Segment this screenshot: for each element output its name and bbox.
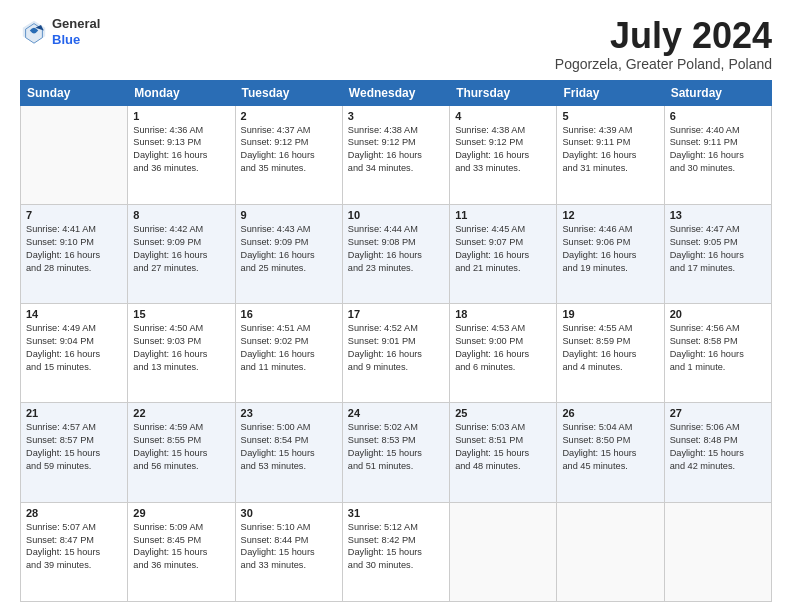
day-info: Sunrise: 5:04 AM Sunset: 8:50 PM Dayligh…: [562, 421, 658, 473]
day-number: 18: [455, 308, 551, 320]
table-row: 1Sunrise: 4:36 AM Sunset: 9:13 PM Daylig…: [128, 105, 235, 204]
day-number: 8: [133, 209, 229, 221]
day-number: 15: [133, 308, 229, 320]
table-row: [664, 502, 771, 601]
logo: General Blue: [20, 16, 100, 47]
day-number: 6: [670, 110, 766, 122]
table-row: 26Sunrise: 5:04 AM Sunset: 8:50 PM Dayli…: [557, 403, 664, 502]
day-number: 25: [455, 407, 551, 419]
day-number: 2: [241, 110, 337, 122]
day-info: Sunrise: 5:07 AM Sunset: 8:47 PM Dayligh…: [26, 521, 122, 573]
month-year: July 2024: [555, 16, 772, 56]
logo-text: General Blue: [52, 16, 100, 47]
table-row: 8Sunrise: 4:42 AM Sunset: 9:09 PM Daylig…: [128, 204, 235, 303]
day-info: Sunrise: 4:57 AM Sunset: 8:57 PM Dayligh…: [26, 421, 122, 473]
table-row: 14Sunrise: 4:49 AM Sunset: 9:04 PM Dayli…: [21, 304, 128, 403]
col-monday: Monday: [128, 80, 235, 105]
day-info: Sunrise: 4:37 AM Sunset: 9:12 PM Dayligh…: [241, 124, 337, 176]
day-info: Sunrise: 4:59 AM Sunset: 8:55 PM Dayligh…: [133, 421, 229, 473]
table-row: 25Sunrise: 5:03 AM Sunset: 8:51 PM Dayli…: [450, 403, 557, 502]
day-number: 9: [241, 209, 337, 221]
day-info: Sunrise: 4:55 AM Sunset: 8:59 PM Dayligh…: [562, 322, 658, 374]
day-number: 28: [26, 507, 122, 519]
table-row: 9Sunrise: 4:43 AM Sunset: 9:09 PM Daylig…: [235, 204, 342, 303]
table-row: 15Sunrise: 4:50 AM Sunset: 9:03 PM Dayli…: [128, 304, 235, 403]
title-block: July 2024 Pogorzela, Greater Poland, Pol…: [555, 16, 772, 72]
col-tuesday: Tuesday: [235, 80, 342, 105]
day-number: 3: [348, 110, 444, 122]
day-info: Sunrise: 4:44 AM Sunset: 9:08 PM Dayligh…: [348, 223, 444, 275]
col-friday: Friday: [557, 80, 664, 105]
col-sunday: Sunday: [21, 80, 128, 105]
location: Pogorzela, Greater Poland, Poland: [555, 56, 772, 72]
logo-general: General: [52, 16, 100, 32]
day-number: 12: [562, 209, 658, 221]
day-number: 11: [455, 209, 551, 221]
table-row: 19Sunrise: 4:55 AM Sunset: 8:59 PM Dayli…: [557, 304, 664, 403]
day-info: Sunrise: 5:06 AM Sunset: 8:48 PM Dayligh…: [670, 421, 766, 473]
table-row: [450, 502, 557, 601]
day-number: 17: [348, 308, 444, 320]
day-info: Sunrise: 4:50 AM Sunset: 9:03 PM Dayligh…: [133, 322, 229, 374]
day-number: 14: [26, 308, 122, 320]
day-number: 5: [562, 110, 658, 122]
table-row: 7Sunrise: 4:41 AM Sunset: 9:10 PM Daylig…: [21, 204, 128, 303]
day-info: Sunrise: 4:52 AM Sunset: 9:01 PM Dayligh…: [348, 322, 444, 374]
day-info: Sunrise: 4:53 AM Sunset: 9:00 PM Dayligh…: [455, 322, 551, 374]
day-info: Sunrise: 4:38 AM Sunset: 9:12 PM Dayligh…: [455, 124, 551, 176]
day-info: Sunrise: 4:36 AM Sunset: 9:13 PM Dayligh…: [133, 124, 229, 176]
logo-blue: Blue: [52, 32, 100, 48]
day-number: 26: [562, 407, 658, 419]
table-row: 24Sunrise: 5:02 AM Sunset: 8:53 PM Dayli…: [342, 403, 449, 502]
col-saturday: Saturday: [664, 80, 771, 105]
table-row: 20Sunrise: 4:56 AM Sunset: 8:58 PM Dayli…: [664, 304, 771, 403]
day-info: Sunrise: 4:40 AM Sunset: 9:11 PM Dayligh…: [670, 124, 766, 176]
day-number: 29: [133, 507, 229, 519]
day-info: Sunrise: 5:02 AM Sunset: 8:53 PM Dayligh…: [348, 421, 444, 473]
table-row: [557, 502, 664, 601]
day-info: Sunrise: 4:39 AM Sunset: 9:11 PM Dayligh…: [562, 124, 658, 176]
calendar-week-row: 14Sunrise: 4:49 AM Sunset: 9:04 PM Dayli…: [21, 304, 772, 403]
day-number: 20: [670, 308, 766, 320]
table-row: 18Sunrise: 4:53 AM Sunset: 9:00 PM Dayli…: [450, 304, 557, 403]
table-row: 17Sunrise: 4:52 AM Sunset: 9:01 PM Dayli…: [342, 304, 449, 403]
page: General Blue July 2024 Pogorzela, Greate…: [0, 0, 792, 612]
day-info: Sunrise: 4:56 AM Sunset: 8:58 PM Dayligh…: [670, 322, 766, 374]
day-info: Sunrise: 4:43 AM Sunset: 9:09 PM Dayligh…: [241, 223, 337, 275]
day-info: Sunrise: 5:00 AM Sunset: 8:54 PM Dayligh…: [241, 421, 337, 473]
header: General Blue July 2024 Pogorzela, Greate…: [20, 16, 772, 72]
table-row: 2Sunrise: 4:37 AM Sunset: 9:12 PM Daylig…: [235, 105, 342, 204]
calendar-week-row: 1Sunrise: 4:36 AM Sunset: 9:13 PM Daylig…: [21, 105, 772, 204]
day-number: 13: [670, 209, 766, 221]
table-row: 5Sunrise: 4:39 AM Sunset: 9:11 PM Daylig…: [557, 105, 664, 204]
day-number: 1: [133, 110, 229, 122]
day-info: Sunrise: 5:12 AM Sunset: 8:42 PM Dayligh…: [348, 521, 444, 573]
table-row: 10Sunrise: 4:44 AM Sunset: 9:08 PM Dayli…: [342, 204, 449, 303]
table-row: 31Sunrise: 5:12 AM Sunset: 8:42 PM Dayli…: [342, 502, 449, 601]
day-number: 31: [348, 507, 444, 519]
table-row: 29Sunrise: 5:09 AM Sunset: 8:45 PM Dayli…: [128, 502, 235, 601]
table-row: 22Sunrise: 4:59 AM Sunset: 8:55 PM Dayli…: [128, 403, 235, 502]
day-info: Sunrise: 4:45 AM Sunset: 9:07 PM Dayligh…: [455, 223, 551, 275]
table-row: 27Sunrise: 5:06 AM Sunset: 8:48 PM Dayli…: [664, 403, 771, 502]
day-number: 19: [562, 308, 658, 320]
day-number: 30: [241, 507, 337, 519]
day-info: Sunrise: 4:49 AM Sunset: 9:04 PM Dayligh…: [26, 322, 122, 374]
calendar-table: Sunday Monday Tuesday Wednesday Thursday…: [20, 80, 772, 602]
table-row: 12Sunrise: 4:46 AM Sunset: 9:06 PM Dayli…: [557, 204, 664, 303]
calendar-week-row: 21Sunrise: 4:57 AM Sunset: 8:57 PM Dayli…: [21, 403, 772, 502]
day-info: Sunrise: 4:38 AM Sunset: 9:12 PM Dayligh…: [348, 124, 444, 176]
day-number: 7: [26, 209, 122, 221]
day-info: Sunrise: 5:10 AM Sunset: 8:44 PM Dayligh…: [241, 521, 337, 573]
calendar-week-row: 7Sunrise: 4:41 AM Sunset: 9:10 PM Daylig…: [21, 204, 772, 303]
table-row: 28Sunrise: 5:07 AM Sunset: 8:47 PM Dayli…: [21, 502, 128, 601]
day-info: Sunrise: 4:46 AM Sunset: 9:06 PM Dayligh…: [562, 223, 658, 275]
day-number: 10: [348, 209, 444, 221]
day-info: Sunrise: 4:51 AM Sunset: 9:02 PM Dayligh…: [241, 322, 337, 374]
day-info: Sunrise: 5:03 AM Sunset: 8:51 PM Dayligh…: [455, 421, 551, 473]
day-number: 22: [133, 407, 229, 419]
day-number: 27: [670, 407, 766, 419]
table-row: 11Sunrise: 4:45 AM Sunset: 9:07 PM Dayli…: [450, 204, 557, 303]
day-info: Sunrise: 4:42 AM Sunset: 9:09 PM Dayligh…: [133, 223, 229, 275]
day-info: Sunrise: 5:09 AM Sunset: 8:45 PM Dayligh…: [133, 521, 229, 573]
